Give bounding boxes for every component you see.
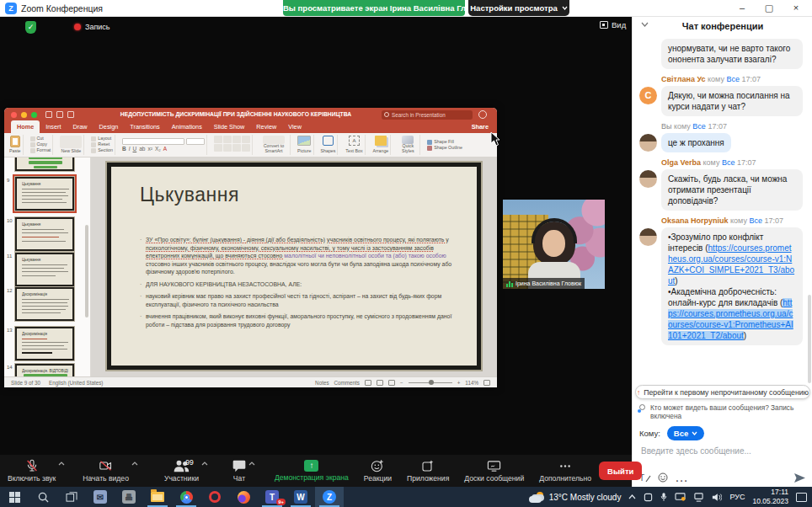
slide-thumbnail-14[interactable]: Дискримінація. ВІДПОВІДІ (15, 364, 74, 376)
ppt-new-slide-button[interactable]: New Slide (58, 135, 84, 155)
close-button[interactable]: × (783, 0, 809, 17)
language-status[interactable]: English (United States) (49, 380, 103, 386)
ppt-quick-access-icons[interactable] (45, 111, 74, 118)
view-button[interactable]: Вид (600, 20, 626, 29)
ppt-convert-smartart-button[interactable]: Convert to SmartArt (258, 135, 291, 155)
mac-minimize-icon[interactable] (21, 112, 27, 118)
emoji-icon[interactable] (658, 472, 668, 483)
fit-slide-icon[interactable] (483, 380, 490, 386)
more-button[interactable]: Дополнительно (532, 455, 599, 487)
slide-thumbnail-11[interactable]: Цькування (15, 253, 74, 286)
speaker-video-tile[interactable]: Ірина Василівна Гловюк (503, 200, 605, 289)
task-view-button[interactable] (57, 487, 86, 507)
zoom-in-icon[interactable]: + (457, 380, 461, 386)
teams-icon[interactable]: T9+ (258, 487, 286, 507)
volume-icon[interactable] (712, 493, 722, 502)
zoom-taskbar-icon[interactable]: Z (315, 487, 344, 507)
jump-to-unread-button[interactable]: ↑ Перейти к первому непрочитанному сообщ… (635, 385, 810, 399)
pinned-app-2-icon[interactable]: 🖶 (115, 487, 143, 507)
ppt-search-box[interactable]: Search in Presentation (382, 110, 473, 120)
start-button[interactable] (0, 487, 29, 507)
ppt-settings-icon[interactable] (478, 110, 487, 119)
chevron-up-icon[interactable] (248, 462, 255, 466)
reactions-button[interactable]: Реакции (356, 455, 399, 487)
mac-close-icon[interactable] (11, 112, 17, 118)
action-center-icon[interactable] (796, 493, 807, 502)
chat-button[interactable]: Чат (225, 455, 254, 487)
font-size-select[interactable] (186, 138, 205, 145)
current-slide[interactable]: Цькування ЗУ «Про освіту»: булінг (цькув… (107, 163, 481, 370)
ppt-tab-animations[interactable]: Animations (166, 120, 208, 133)
weather-widget[interactable]: 13°C Mostly cloudy (529, 492, 622, 503)
ppt-tab-view[interactable]: View (282, 120, 307, 133)
ppt-shapes-button[interactable]: Shapes (319, 135, 339, 155)
maximize-button[interactable]: ▢ (756, 0, 782, 17)
security-shield-icon[interactable]: ✓ (25, 21, 36, 34)
paragraph-buttons[interactable] (214, 136, 250, 152)
chat-message-list[interactable]: унормувати, чи не варто такого ононента … (633, 35, 812, 385)
zoom-out-icon[interactable]: − (400, 380, 403, 386)
file-explorer-icon[interactable] (143, 487, 172, 507)
participants-button[interactable]: 99 Участники (157, 455, 206, 487)
start-video-button[interactable]: Начать видео (75, 455, 136, 487)
ppt-tab-insert[interactable]: Insert (40, 120, 67, 133)
thumbnails-scrollbar[interactable] (85, 225, 88, 318)
ppt-tab-transitions[interactable]: Transitions (124, 120, 165, 133)
slide-sorter-icon[interactable] (377, 380, 383, 386)
ppt-tab-draw[interactable]: Draw (67, 120, 93, 133)
minimize-button[interactable]: – (729, 0, 755, 17)
ppt-picture-button[interactable]: Picture (296, 135, 314, 155)
slideshow-icon[interactable] (388, 380, 395, 386)
unmute-button[interactable]: Включить звук (0, 455, 63, 487)
apps-button[interactable]: Приложения (399, 455, 457, 487)
microphone-tray-icon[interactable] (660, 492, 667, 502)
share-screen-button[interactable]: ↑ Демонстрация экрана (267, 455, 356, 487)
ppt-arrange-button[interactable]: Arrange (371, 135, 391, 155)
ppt-tab-design[interactable]: Design (93, 120, 125, 133)
slide-thumbnail-8[interactable] (15, 157, 74, 171)
screen-share-tray-icon[interactable] (675, 493, 686, 502)
chrome-icon[interactable] (172, 487, 200, 507)
ppt-quick-styles-button[interactable]: Quick Styles (396, 135, 420, 155)
pinned-app-1-icon[interactable]: ✉ (86, 487, 115, 507)
leave-meeting-button[interactable]: Выйти (599, 462, 642, 480)
ppt-paste-button[interactable]: Paste (8, 135, 24, 155)
more-options-icon[interactable]: … (675, 470, 689, 485)
chevron-up-icon[interactable] (201, 462, 208, 466)
font-name-select[interactable] (122, 138, 184, 145)
tray-expand-icon[interactable] (628, 494, 636, 499)
whiteboards-button[interactable]: Доски сообщений (457, 455, 532, 487)
ppt-tab-review[interactable]: Review (250, 120, 282, 133)
language-indicator[interactable]: РУС (729, 493, 745, 501)
ppt-tab-home[interactable]: Home (11, 120, 40, 133)
firefox-icon[interactable] (229, 487, 258, 507)
view-settings-button[interactable]: Настройки просмотра (468, 0, 569, 16)
clock[interactable]: 17:11 10.05.2023 (752, 488, 788, 505)
taskbar-search-button[interactable] (29, 487, 57, 507)
font-style-buttons[interactable]: BIUabx²X₂A (122, 146, 167, 152)
comments-button[interactable]: Comments (334, 380, 360, 386)
chevron-up-icon[interactable] (58, 462, 65, 466)
ppt-textbox-button[interactable]: A Text Box (343, 135, 366, 155)
send-message-icon[interactable] (793, 472, 806, 483)
slide-thumbnail-9-selected[interactable]: Цькування (15, 177, 74, 211)
opera-icon[interactable] (200, 487, 229, 507)
tablet-mode-icon[interactable] (644, 493, 653, 502)
slide-thumbnail-13[interactable]: Дискримінація (15, 327, 74, 360)
ppt-share-button[interactable]: Share (472, 123, 489, 131)
chat-collapse-icon[interactable] (641, 22, 649, 27)
network-icon[interactable] (693, 493, 704, 502)
normal-view-icon[interactable] (365, 380, 371, 386)
mac-zoom-icon[interactable] (31, 112, 37, 118)
slide-thumbnail-12[interactable]: Дискримінація (15, 287, 74, 321)
slide-thumbnail-10[interactable]: Цькування (15, 217, 74, 251)
notes-button[interactable]: Notes (315, 380, 329, 386)
chat-input[interactable] (639, 445, 804, 468)
chat-scrollbar[interactable] (808, 295, 811, 383)
ppt-tab-slideshow[interactable]: Slide Show (208, 120, 251, 133)
chevron-up-icon[interactable] (131, 462, 138, 466)
zoom-slider[interactable] (409, 382, 452, 383)
word-icon[interactable]: W (286, 487, 315, 507)
zoom-level[interactable]: 114% (465, 380, 478, 386)
recipient-select[interactable]: Все (667, 426, 704, 440)
